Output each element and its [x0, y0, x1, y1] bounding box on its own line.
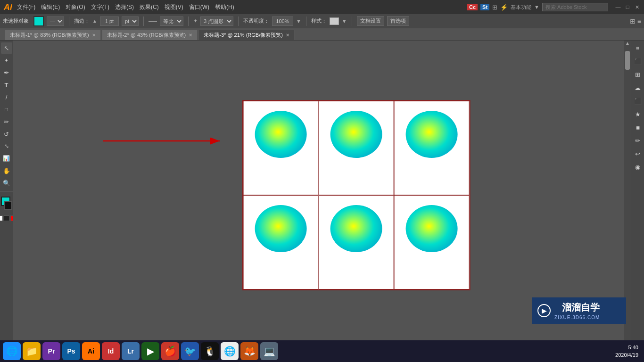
fill-icon[interactable]: [0, 215, 3, 221]
stroke-unit-select[interactable]: pt: [122, 16, 139, 26]
canvas-area[interactable]: ▲ ▼ ◀ ▶ ▶ 溜溜自学 ZIXUE.3D66.COM: [13, 41, 631, 350]
brush-tool[interactable]: ✏: [1, 116, 12, 127]
opacity-dropdown-icon[interactable]: ▼: [296, 18, 301, 24]
main-area: ↖ ✦ ✒ T / □ ✏ ↺ ⤡ 📊 ✋ 🔍: [0, 41, 644, 350]
rotate-tool[interactable]: ↺: [1, 128, 12, 140]
menu-window[interactable]: 窗口(W): [189, 3, 209, 11]
menu-effect[interactable]: 效果(C): [140, 3, 159, 11]
fill-color[interactable]: [33, 16, 44, 26]
browser-icon: 🌐: [6, 346, 18, 357]
scale-tool[interactable]: ⤡: [1, 140, 12, 152]
pathfinder-btn[interactable]: ⬛: [632, 56, 644, 67]
style-swatch[interactable]: [330, 17, 339, 25]
taskbar-photoshop[interactable]: Ps: [62, 342, 80, 360]
tab-3-close[interactable]: ✕: [286, 33, 289, 38]
stroke-up-icon[interactable]: ▲: [92, 18, 97, 24]
taskbar-chrome[interactable]: 🌐: [221, 342, 239, 360]
align-left-icon[interactable]: ⊞: [630, 17, 636, 25]
background-color[interactable]: [4, 201, 12, 210]
none-icon[interactable]: [4, 215, 9, 221]
history-btn[interactable]: ↩: [632, 148, 644, 159]
photoshop-icon: Ps: [67, 347, 75, 355]
tab-3[interactable]: 未标题-3* @ 21% (RGB/像素预览) ✕: [198, 30, 295, 40]
pen-tool[interactable]: ✒: [1, 67, 12, 78]
direct-select-tool[interactable]: ✦: [1, 55, 12, 66]
doc-settings-btn[interactable]: 文档设置: [357, 16, 384, 26]
cloud-panel-btn[interactable]: ☁: [632, 82, 644, 93]
watermark-text: 溜溜自学 ZIXUE.3D66.COM: [554, 301, 600, 320]
rect-tool[interactable]: □: [1, 104, 12, 115]
artboard-cell-0-0: [243, 101, 319, 195]
taskbar-illustrator[interactable]: Ai: [82, 342, 100, 360]
arrange-icon[interactable]: ≡: [637, 17, 641, 25]
style-dropdown-icon[interactable]: ▼: [342, 18, 347, 24]
adobe-stock-search[interactable]: [542, 3, 608, 11]
zoom-tool[interactable]: 🔍: [1, 177, 12, 189]
scroll-thumb[interactable]: [625, 51, 630, 70]
menu-select[interactable]: 选择(S): [115, 3, 134, 11]
points-select[interactable]: 3 点圆形: [200, 16, 233, 26]
titlebar: Ai 文件(F) 编辑(E) 对象(O) 文字(T) 选择(S) 效果(C) 视…: [0, 0, 644, 14]
taskbar-lightroom[interactable]: Lr: [122, 342, 140, 360]
circle-1-0: [255, 205, 307, 252]
tab-1[interactable]: 未标题-1* @ 83% (RGB/像素预览) ✕: [5, 30, 101, 40]
opacity-input[interactable]: [272, 16, 293, 26]
sep5: [306, 16, 306, 26]
stroke-size-input[interactable]: [100, 16, 119, 26]
hand-tool[interactable]: ✋: [1, 165, 12, 176]
taskbar-computer[interactable]: 💻: [260, 342, 278, 360]
fox-icon: 🦊: [244, 346, 256, 357]
taskbar-filemanager[interactable]: 📁: [23, 342, 41, 360]
menu-bar: 文件(F) 编辑(E) 对象(O) 文字(T) 选择(S) 效果(C) 视图(V…: [17, 3, 467, 11]
circle-1-1: [330, 205, 382, 252]
cloud-icon[interactable]: ⚡: [500, 4, 508, 11]
play-button[interactable]: ▶: [537, 304, 551, 317]
taskbar-bird[interactable]: 🐦: [181, 342, 199, 360]
scroll-up-btn[interactable]: ▲: [625, 41, 630, 46]
taskbar-fox[interactable]: 🦊: [240, 342, 258, 360]
workspace-label[interactable]: 基本功能: [511, 4, 531, 11]
grid-icon[interactable]: ⊞: [492, 4, 497, 11]
style-label: 样式：: [311, 17, 327, 25]
taskbar-browser[interactable]: 🌐: [3, 342, 21, 360]
graph-tool[interactable]: 📊: [1, 153, 12, 164]
maximize-btn[interactable]: □: [624, 4, 631, 10]
type-tool[interactable]: T: [1, 79, 12, 90]
taskbar-qq[interactable]: 🐧: [201, 342, 219, 360]
menu-edit[interactable]: 编辑(E): [41, 3, 60, 11]
menu-object[interactable]: 对象(O): [66, 3, 85, 11]
menu-text[interactable]: 文字(T): [91, 3, 109, 11]
toolbar-right: ⊞ ≡: [630, 17, 641, 25]
swatches-btn[interactable]: ◼: [632, 122, 644, 133]
circle-0-1: [330, 111, 382, 158]
minimize-btn[interactable]: —: [615, 4, 621, 10]
brushes-btn[interactable]: ✏: [632, 135, 644, 146]
taskbar-premiere[interactable]: Pr: [42, 342, 60, 360]
align-panel-btn[interactable]: ≡: [632, 42, 644, 54]
select-tool[interactable]: ↖: [1, 42, 12, 54]
taskbar-indesign[interactable]: Id: [102, 342, 120, 360]
menu-file[interactable]: 文件(F): [17, 3, 35, 11]
ratio-select[interactable]: 等比: [160, 16, 183, 26]
preferences-btn[interactable]: 首选项: [387, 16, 409, 26]
taskbar-fruit[interactable]: 🍎: [161, 342, 179, 360]
tab-1-close[interactable]: ✕: [92, 33, 96, 38]
circle-0-0: [255, 111, 307, 158]
workspace-dropdown-icon[interactable]: ▼: [534, 4, 539, 10]
symbols-btn[interactable]: ★: [632, 108, 644, 120]
stroke-style-select[interactable]: —: [47, 16, 64, 26]
sep3: [188, 16, 189, 26]
taskbar-media[interactable]: ▶: [141, 342, 159, 360]
tab-2-close[interactable]: ✕: [189, 33, 192, 38]
line-tool[interactable]: /: [1, 91, 12, 103]
indesign-icon: Id: [108, 347, 114, 355]
transform-btn[interactable]: ⊞: [632, 69, 644, 80]
libraries-btn[interactable]: ⬛: [632, 95, 644, 107]
close-btn[interactable]: ✕: [634, 4, 640, 10]
tab-2[interactable]: 未标题-2* @ 43% (RGB/像素预览) ✕: [102, 30, 198, 40]
artboard-cell-1-2: [394, 195, 470, 289]
appearance-btn[interactable]: ◉: [632, 161, 644, 173]
sep1: [69, 16, 69, 26]
menu-help[interactable]: 帮助(H): [215, 3, 234, 11]
menu-view[interactable]: 视图(V): [165, 3, 183, 11]
